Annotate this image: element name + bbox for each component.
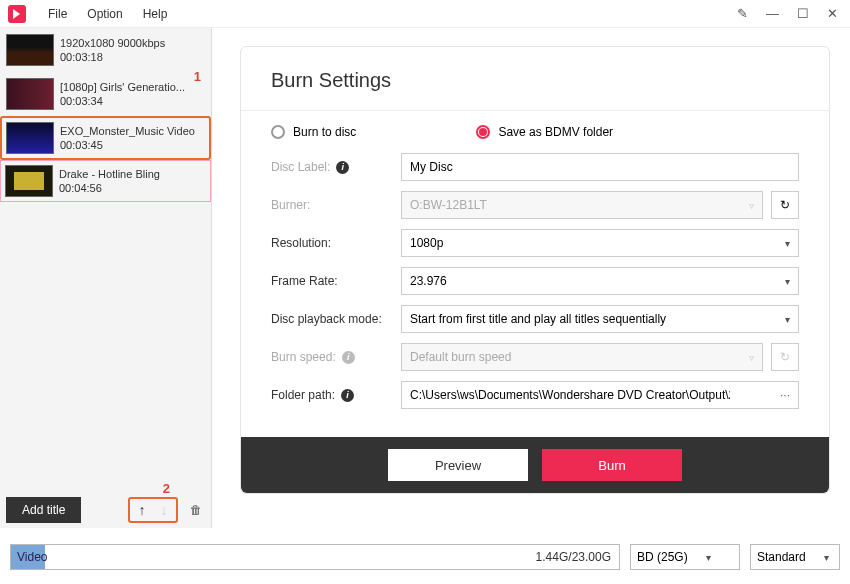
radio-label: Burn to disc <box>293 125 356 139</box>
quality-select[interactable]: Standard▾ <box>750 544 840 570</box>
caret-icon: ▾ <box>785 238 790 249</box>
label-burn-speed: Burn speed: i <box>271 350 401 364</box>
video-item[interactable]: 1920x1080 9000kbps 00:03:18 <box>0 28 211 72</box>
arrow-up-icon: ↑ <box>139 502 146 518</box>
caret-icon: ▾ <box>824 552 829 563</box>
folder-path-field[interactable]: C:\Users\ws\Documents\Wondershare DVD Cr… <box>401 381 799 409</box>
reorder-controls: 2 ↑ ↓ <box>128 497 178 523</box>
video-item[interactable]: Drake - Hotline Bling 00:04:56 <box>0 160 211 202</box>
menu-file[interactable]: File <box>38 7 77 21</box>
radio-icon-checked <box>476 125 490 139</box>
video-item-selected[interactable]: EXO_Monster_Music Video 00:03:45 <box>0 116 211 160</box>
feedback-icon[interactable]: ✎ <box>733 4 752 23</box>
resolution-select[interactable]: 1080p▾ <box>401 229 799 257</box>
sidebar-footer: Add title 2 ↑ ↓ 🗑 <box>0 492 212 528</box>
info-icon[interactable]: i <box>336 161 349 174</box>
label-burner: Burner: <box>271 198 401 212</box>
video-duration: 00:03:45 <box>60 139 195 151</box>
playback-mode-select[interactable]: Start from first title and play all titl… <box>401 305 799 333</box>
arrow-down-icon: ↓ <box>161 502 168 518</box>
video-duration: 00:04:56 <box>59 182 160 194</box>
refresh-icon: ↻ <box>780 198 790 212</box>
video-duration: 00:03:18 <box>60 51 165 63</box>
refresh-speed-button: ↻ <box>771 343 799 371</box>
label-resolution: Resolution: <box>271 236 401 250</box>
label-disc-label: Disc Label: i <box>271 160 401 174</box>
burn-speed-select: Default burn speed▿ <box>401 343 763 371</box>
refresh-icon: ↻ <box>780 350 790 364</box>
video-title: Drake - Hotline Bling <box>59 168 160 180</box>
video-thumbnail <box>5 165 53 197</box>
radio-icon <box>271 125 285 139</box>
label-frame-rate: Frame Rate: <box>271 274 401 288</box>
video-item[interactable]: [1080p] Girls' Generatio... 00:03:34 1 <box>0 72 211 116</box>
maximize-button[interactable]: ☐ <box>793 4 813 23</box>
capacity-bar: Video 1.44G/23.00G <box>10 544 620 570</box>
video-title: 1920x1080 9000kbps <box>60 37 165 49</box>
capacity-mode: Video <box>11 550 47 564</box>
info-icon[interactable]: i <box>341 389 354 402</box>
move-down-button[interactable]: ↓ <box>156 501 172 519</box>
minimize-button[interactable]: — <box>762 4 783 23</box>
trash-icon: 🗑 <box>190 503 202 517</box>
video-duration: 00:03:34 <box>60 95 185 107</box>
radio-save-as-bdmv[interactable]: Save as BDMV folder <box>476 125 613 139</box>
content-area: Burn Settings Burn to disc Save as BDMV … <box>212 28 850 528</box>
disc-type-select[interactable]: BD (25G)▾ <box>630 544 740 570</box>
video-thumbnail <box>6 34 54 66</box>
browse-icon[interactable]: ··· <box>780 388 790 402</box>
label-playback-mode: Disc playback mode: <box>271 312 401 326</box>
app-logo-icon <box>8 5 26 23</box>
label-folder-path: Folder path: i <box>271 388 401 402</box>
burner-select: O:BW-12B1LT▿ <box>401 191 763 219</box>
statusbar: Video 1.44G/23.00G BD (25G)▾ Standard▾ <box>0 530 850 584</box>
video-thumbnail <box>6 122 54 154</box>
preview-button[interactable]: Preview <box>388 449 528 481</box>
burn-settings-panel: Burn Settings Burn to disc Save as BDMV … <box>240 46 830 494</box>
caret-icon: ▿ <box>749 352 754 363</box>
add-title-button[interactable]: Add title <box>6 497 81 523</box>
caret-icon: ▾ <box>785 314 790 325</box>
titlebar: File Option Help ✎ — ☐ ✕ <box>0 0 850 28</box>
frame-rate-select[interactable]: 23.976▾ <box>401 267 799 295</box>
panel-footer: Preview Burn <box>241 437 829 493</box>
refresh-burner-button[interactable]: ↻ <box>771 191 799 219</box>
burn-button[interactable]: Burn <box>542 449 682 481</box>
menu-help[interactable]: Help <box>133 7 178 21</box>
capacity-size: 1.44G/23.00G <box>536 550 619 564</box>
disc-label-input[interactable] <box>401 153 799 181</box>
radio-burn-to-disc[interactable]: Burn to disc <box>271 125 356 139</box>
video-list-sidebar: 1920x1080 9000kbps 00:03:18 [1080p] Girl… <box>0 28 212 528</box>
video-thumbnail <box>6 78 54 110</box>
panel-title: Burn Settings <box>241 69 829 111</box>
menu-option[interactable]: Option <box>77 7 132 21</box>
delete-button[interactable]: 🗑 <box>186 500 206 520</box>
caret-icon: ▾ <box>706 552 711 563</box>
caret-icon: ▿ <box>749 200 754 211</box>
video-title: EXO_Monster_Music Video <box>60 125 195 137</box>
info-icon[interactable]: i <box>342 351 355 364</box>
close-button[interactable]: ✕ <box>823 4 842 23</box>
radio-label: Save as BDMV folder <box>498 125 613 139</box>
annotation-marker-2: 2 <box>163 481 170 496</box>
caret-icon: ▾ <box>785 276 790 287</box>
move-up-button[interactable]: ↑ <box>134 501 150 519</box>
annotation-marker-1: 1 <box>194 69 201 84</box>
video-title: [1080p] Girls' Generatio... <box>60 81 185 93</box>
